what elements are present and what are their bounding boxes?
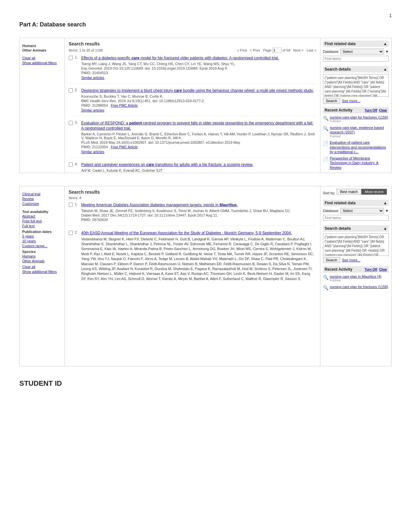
- result-checkbox-3[interactable]: [69, 121, 73, 125]
- section1-ra-pubmed-2: PubMed: [330, 135, 389, 139]
- sidebar-clear-all[interactable]: Clear all: [22, 56, 62, 60]
- section1-ra-item-2: 🔍 nursing care plan, evidence based rese…: [323, 125, 389, 138]
- section2-ra-item-1: 🔍 nursing care plan in Mauritius (4) Pub…: [323, 274, 389, 283]
- section1-recent-activity-title: Recent Activity Turn Off Clear: [323, 107, 389, 113]
- species-title: Species: [22, 250, 62, 254]
- section2-search-btn[interactable]: Search: [323, 257, 340, 263]
- nav-first[interactable]: « First: [237, 48, 247, 52]
- find-related-toggle[interactable]: ▲: [383, 42, 387, 46]
- section2-result-item-2: 2. 40th EASD Annual Meeting of the Europ…: [69, 230, 316, 285]
- section2-count: Items: 4: [69, 196, 81, 200]
- section1-db-select[interactable]: Select: [340, 49, 384, 54]
- section1-search-details-box: ("patient care planning"[MeSH Terms] OR …: [323, 74, 389, 97]
- section1-find-input[interactable]: [323, 56, 389, 62]
- section2-search-details-toggle[interactable]: ▲: [383, 226, 387, 231]
- sidebar-clinical-trial[interactable]: Clinical trial: [22, 192, 62, 196]
- section1-ra-link-1[interactable]: nursing care plan for fractures (1156): [330, 115, 388, 119]
- sort-most-recent[interactable]: Most recent: [361, 189, 387, 195]
- section2-show-additional[interactable]: Show additional filters: [22, 270, 62, 274]
- result-pmid-link-2[interactable]: Free PMC Article: [111, 103, 138, 107]
- section1-see-more[interactable]: See more...: [342, 99, 360, 103]
- result-item-4: 4. Patient and caregiver experiences on …: [69, 162, 316, 173]
- section2-result-title-2[interactable]: 40th EASD Annual Meeting of the European…: [81, 230, 316, 236]
- result-title-4[interactable]: Patient and caregiver experiences on car…: [81, 162, 253, 168]
- section1-ra-link-2[interactable]: nursing care plan, evidence based resear…: [330, 126, 384, 134]
- section2-search-details: Search details ▲ ("patient care planning…: [323, 225, 389, 263]
- section2-clear[interactable]: Clear: [379, 268, 387, 271]
- section1-db-label: Database:: [323, 50, 339, 53]
- section2-find-related: Find related data ▲ Database: Select ▼: [323, 200, 389, 222]
- nav-next[interactable]: Next >: [293, 48, 304, 52]
- section2-see-more[interactable]: See more...: [342, 258, 360, 262]
- section2-db-select[interactable]: Select: [340, 208, 384, 214]
- section2-sidebar: Clinical trial Review Customize Text ava…: [20, 186, 65, 366]
- section2-find-related-title: Find related data ▲: [323, 200, 389, 206]
- section2-ra-link-2[interactable]: nursing care plan for fractures (1158): [330, 285, 388, 289]
- section1-clear[interactable]: Clear: [379, 109, 387, 112]
- section1-search-details-title: Search details ▲: [323, 66, 389, 73]
- result-journal-1: Exp Gerontol. 2019 Oct 15;125:110689. do…: [81, 66, 279, 70]
- section1-right-panel: Find related data ▲ Database: Select ▼ S…: [320, 38, 391, 173]
- section2-result-checkbox-1[interactable]: [69, 203, 73, 207]
- result-pmid-link-3[interactable]: Free PMC Article: [111, 145, 138, 149]
- section1-ra-link-5[interactable]: Reduction of Healthcare-Associated Infec…: [330, 172, 389, 173]
- result-num-2: 2.: [75, 88, 79, 92]
- nav-of: of 58: [282, 48, 290, 52]
- section1-ra-link-4[interactable]: Perspective of Membrane Technology in Da…: [330, 156, 389, 170]
- section2-result-authors-2: Vestenbhansi M, Stogner K, Hieri FX, Die…: [81, 237, 316, 282]
- filter-abstract[interactable]: Abstract: [22, 214, 62, 218]
- section2-results-header: Search results: [69, 189, 316, 195]
- filter-full-text[interactable]: Full text: [22, 224, 62, 228]
- section2-turn-off[interactable]: Turn Off: [365, 268, 377, 271]
- section1-sidebar: Humans Other Animals Clear all Show addi…: [20, 38, 65, 173]
- result-num-1: 1.: [75, 55, 79, 59]
- result-similar-3[interactable]: Similar articles: [81, 150, 104, 154]
- nav-last[interactable]: Last »: [307, 48, 316, 52]
- result-checkbox-1[interactable]: [69, 56, 73, 60]
- section1-search-btn[interactable]: Search: [323, 98, 340, 104]
- section1-nav-links[interactable]: « First < Prev Page of 58 Next > Last »: [237, 48, 316, 53]
- result-similar-2[interactable]: Similar articles: [81, 108, 104, 112]
- section2-find-input[interactable]: [323, 215, 389, 221]
- result-title-2[interactable]: Designing strategies to implement a blun…: [81, 88, 314, 93]
- sort-best-match[interactable]: Best match: [337, 189, 361, 195]
- section1-recent-activity: Recent Activity Turn Off Clear 🔍 nursing…: [323, 107, 389, 173]
- section2-result-title-1[interactable]: Meeting American Diabetes Association di…: [81, 202, 290, 208]
- sidebar-review[interactable]: Review: [22, 197, 62, 201]
- section2-clear-all[interactable]: Clear all: [22, 265, 62, 269]
- filter-other-animals[interactable]: Other Animals: [22, 259, 62, 263]
- search-details-toggle[interactable]: ▲: [383, 67, 387, 72]
- section2-ra-pubmed-1: PubMed: [330, 279, 381, 283]
- result-checkbox-2[interactable]: [69, 88, 73, 92]
- result-num-4: 4.: [75, 162, 79, 166]
- page-input[interactable]: [272, 48, 281, 53]
- section2-result-pmid-1: PMID: 28792634: [81, 218, 290, 222]
- filter-custom-range[interactable]: Custom range...: [22, 244, 62, 248]
- sidebar-species-humans: Humans: [22, 44, 62, 48]
- section1-count: Items: 1 to 20 of 1186: [69, 48, 103, 52]
- sidebar-show-additional-filters[interactable]: Show additional filters: [22, 61, 62, 65]
- section1-search-details: Search details ▲ ("patient care planning…: [323, 66, 389, 104]
- doc-icon-3: 📄: [323, 172, 328, 173]
- section2-ra-link-1[interactable]: nursing care plan in Mauritius (4): [330, 275, 381, 278]
- section2-right-panel: Sort by: Best match Most recent Find rel…: [320, 186, 391, 366]
- result-num-3: 3.: [75, 121, 79, 124]
- doc-icon-2: 📄: [323, 156, 328, 170]
- nav-page-label: Page: [263, 48, 271, 52]
- filter-free-full-text[interactable]: Free full text: [22, 219, 62, 223]
- nav-prev[interactable]: < Prev: [250, 48, 260, 52]
- section1-ra-link-3[interactable]: Evaluation of patient care interventions…: [330, 140, 389, 154]
- filter-5years[interactable]: 5 years: [22, 234, 62, 238]
- result-title-1[interactable]: Effects of a diabetes-specific care mode…: [81, 55, 279, 61]
- section1-turn-off[interactable]: Turn Off: [365, 109, 377, 112]
- section2-find-related-toggle[interactable]: ▲: [383, 201, 387, 205]
- section2-ra-pubmed-2: ...: [330, 289, 388, 293]
- result-similar-1[interactable]: Similar articles: [81, 76, 104, 80]
- filter-10years[interactable]: 10 years: [22, 239, 62, 243]
- result-title-3[interactable]: Evaluation of RESPOND: a patient-centred…: [81, 121, 316, 131]
- section2-result-checkbox-2[interactable]: [69, 231, 73, 235]
- filter-humans[interactable]: Humans: [22, 254, 62, 258]
- section2-recent-activity-title: Recent Activity Turn Off Clear: [323, 266, 389, 273]
- result-checkbox-4[interactable]: [69, 162, 73, 167]
- sidebar-customize[interactable]: Customize: [22, 202, 62, 206]
